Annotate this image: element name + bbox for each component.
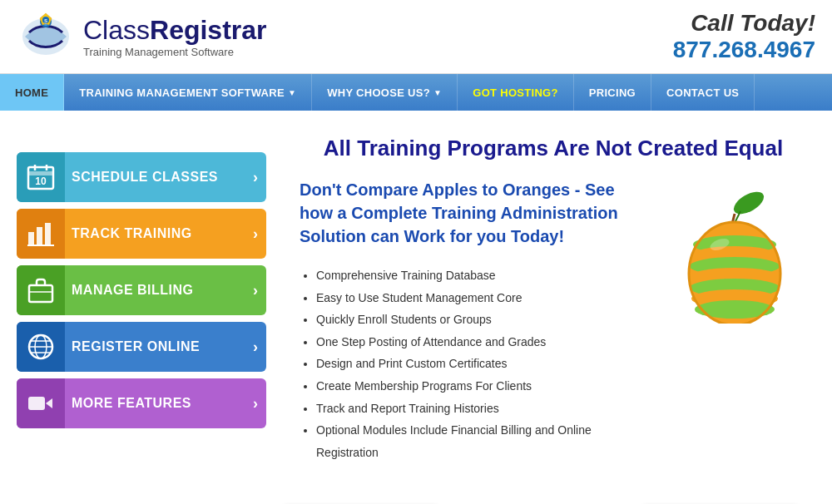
- sidebar-item-register-online[interactable]: REGISTER ONLINE ›: [17, 322, 266, 372]
- svg-rect-15: [29, 285, 52, 302]
- briefcase-icon-box: [17, 265, 65, 315]
- more-chevron: ›: [253, 395, 266, 413]
- main-content: 10 SCHEDULE CLASSES › TRACK TRAINING ›: [0, 111, 832, 488]
- svg-marker-23: [46, 398, 52, 408]
- nav-pricing[interactable]: PRICING: [574, 74, 651, 111]
- schedule-chevron: ›: [253, 169, 266, 186]
- track-chevron: ›: [253, 225, 266, 243]
- calendar-icon: 10: [26, 162, 56, 192]
- calendar-icon-box: 10: [17, 152, 65, 202]
- list-item: Quickly Enroll Students or Groups: [316, 309, 641, 331]
- bar-chart-icon: [26, 219, 56, 249]
- svg-rect-13: [45, 223, 51, 245]
- content-area: All Training Programs Are Not Created Eq…: [283, 127, 815, 472]
- header: S ClassRegistrar Training Management Sof…: [0, 0, 832, 74]
- list-item: Design and Print Custom Certificates: [316, 353, 641, 375]
- schedule-classes-label: SCHEDULE CLASSES: [65, 170, 253, 185]
- fruit-image: [657, 178, 807, 328]
- footer-buttons: Request A Demo See More Details: [0, 488, 832, 504]
- sidebar-item-manage-billing[interactable]: MANAGE BILLING ›: [17, 265, 266, 315]
- sidebar: 10 SCHEDULE CLASSES › TRACK TRAINING ›: [17, 127, 266, 472]
- globe-icon: [26, 332, 56, 362]
- more-features-icon: [26, 388, 56, 418]
- page-title: All Training Programs Are Not Created Eq…: [300, 136, 807, 161]
- list-item: Comprehensive Training Database: [316, 264, 641, 287]
- logo-class: Class: [83, 15, 150, 45]
- svg-rect-22: [28, 397, 45, 410]
- nav-home[interactable]: HOME: [0, 74, 64, 111]
- nav-training[interactable]: TRAINING MANAGEMENT SOFTWARE ▼: [64, 74, 312, 111]
- logo-registrar: Registrar: [150, 15, 267, 45]
- tagline-text: Don't Compare Apples to Oranges - See ho…: [300, 178, 641, 248]
- content-text: Don't Compare Apples to Oranges - See ho…: [300, 178, 641, 463]
- list-item: Create Membership Programs For Clients: [316, 375, 641, 398]
- list-item: Track and Report Training Histories: [316, 398, 641, 420]
- call-today: Call Today! 877.268.4967: [673, 10, 815, 63]
- sidebar-item-more-features[interactable]: MORE FEATURES ›: [17, 378, 266, 428]
- sidebar-item-schedule-classes[interactable]: 10 SCHEDULE CLASSES ›: [17, 152, 266, 202]
- logo-text: ClassRegistrar Training Management Softw…: [83, 15, 267, 58]
- logo-tagline: Training Management Software: [83, 46, 267, 58]
- logo-area: S ClassRegistrar Training Management Sof…: [17, 12, 267, 62]
- call-label: Call Today!: [673, 10, 815, 37]
- nav-hosting[interactable]: GOT HOSTING?: [458, 74, 574, 111]
- globe-icon-box: [17, 322, 65, 372]
- chart-icon-box: [17, 209, 65, 259]
- sidebar-item-track-training[interactable]: TRACK TRAINING ›: [17, 209, 266, 259]
- svg-rect-12: [37, 227, 42, 245]
- apple-orange-svg: [661, 182, 803, 324]
- briefcase-icon: [26, 275, 56, 305]
- billing-chevron: ›: [253, 282, 266, 299]
- more-features-label: MORE FEATURES: [65, 396, 253, 411]
- svg-rect-11: [28, 232, 34, 245]
- list-item: Easy to Use Student Management Core: [316, 287, 641, 309]
- nav-why[interactable]: WHY CHOOSE US? ▼: [312, 74, 458, 111]
- phone-number: 877.268.4967: [673, 37, 815, 63]
- track-training-label: TRACK TRAINING: [65, 226, 253, 241]
- logo-icon: S: [17, 12, 75, 62]
- svg-point-24: [730, 187, 768, 218]
- svg-text:10: 10: [35, 175, 47, 187]
- list-item: Optional Modules Include Financial Billi…: [316, 419, 641, 463]
- list-item: One Step Posting of Attendance and Grade…: [316, 331, 641, 353]
- svg-text:S: S: [44, 18, 47, 23]
- nav-contact[interactable]: CONTACT US: [651, 74, 755, 111]
- feature-list: Comprehensive Training Database Easy to …: [300, 264, 641, 463]
- register-online-label: REGISTER ONLINE: [65, 339, 253, 354]
- manage-billing-label: MANAGE BILLING: [65, 283, 253, 298]
- navigation: HOME TRAINING MANAGEMENT SOFTWARE ▼ WHY …: [0, 74, 832, 111]
- register-chevron: ›: [253, 338, 266, 356]
- content-body: Don't Compare Apples to Oranges - See ho…: [300, 178, 807, 463]
- arrow-icon-box: [17, 378, 65, 428]
